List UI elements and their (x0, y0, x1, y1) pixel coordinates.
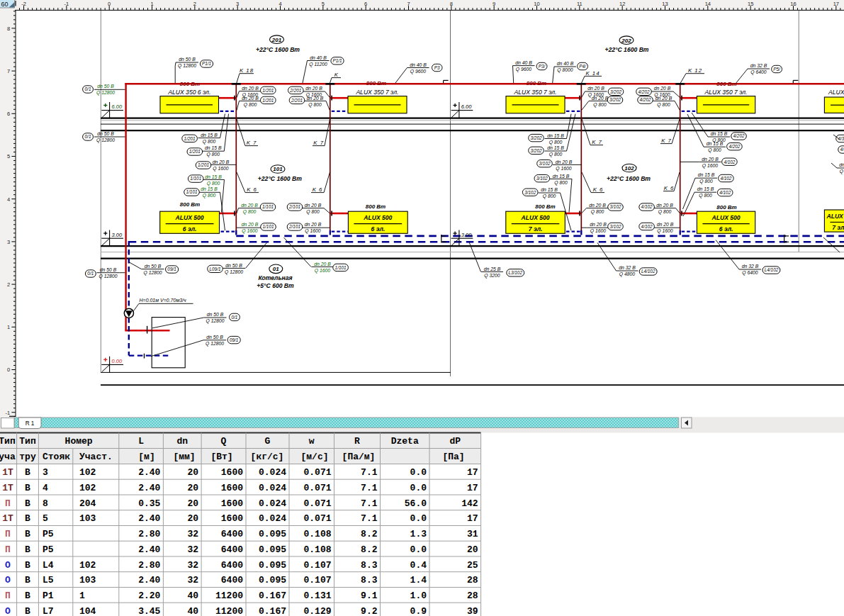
svg-text:20: 20 (187, 498, 198, 509)
svg-text:В: В (25, 483, 30, 493)
svg-text:1/101: 1/101 (190, 176, 201, 181)
svg-text:В: В (25, 544, 30, 555)
svg-text:P3/: P3/ (539, 64, 546, 69)
svg-text:3/102: 3/102 (524, 190, 536, 195)
svg-text:ALUX 500: ALUX 500 (711, 214, 740, 221)
svg-text:dn 20 В: dn 20 В (839, 162, 844, 167)
svg-text:Q 1600: Q 1600 (702, 163, 719, 169)
svg-text:dn 20 В: dn 20 В (556, 159, 573, 164)
svg-text:28: 28 (467, 590, 478, 601)
svg-text:1Т: 1Т (2, 483, 13, 493)
svg-text:dn 20 В: dn 20 В (592, 96, 609, 101)
svg-text:56.0: 56.0 (405, 498, 427, 509)
svg-text:Q 1600: Q 1600 (556, 166, 572, 172)
svg-text:В: В (25, 529, 30, 539)
svg-text:0/1: 0/1 (85, 134, 91, 139)
svg-text:тру: тру (19, 452, 36, 462)
svg-text:0.35: 0.35 (138, 498, 160, 509)
svg-text:40: 40 (187, 606, 198, 616)
svg-text:dn 32 В: dn 32 В (750, 63, 767, 68)
svg-text:П: П (5, 544, 11, 555)
svg-text:103: 103 (79, 513, 96, 524)
svg-text:60: 60 (1, 1, 8, 8)
svg-text:Q 1600: Q 1600 (305, 228, 321, 234)
svg-text:P1/1: P1/1 (202, 61, 212, 66)
svg-text:Q 800: Q 800 (593, 102, 607, 108)
svg-text:R: R (354, 436, 360, 447)
svg-text:L4/102: L4/102 (641, 269, 655, 274)
svg-text:10: 10 (534, 1, 539, 7)
svg-text:14: 14 (705, 1, 711, 7)
svg-text:6.00: 6.00 (112, 103, 123, 110)
svg-text:104: 104 (79, 606, 96, 616)
svg-text:K 7: K 7 (247, 140, 257, 146)
svg-text:0.108: 0.108 (303, 529, 331, 539)
svg-text:+22°C 1600 Вт: +22°C 1600 Вт (605, 46, 649, 53)
svg-text:1600: 1600 (221, 498, 243, 509)
svg-text:7 эл.: 7 эл. (529, 225, 543, 233)
svg-text:dn 50 В: dn 50 В (100, 267, 117, 272)
svg-text:0.095: 0.095 (259, 544, 286, 555)
svg-text:dn 40 В: dn 40 В (310, 55, 327, 60)
svg-text:L09/1: L09/1 (210, 267, 221, 271)
svg-text:P1/1: P1/1 (332, 58, 342, 63)
svg-text:0.071: 0.071 (303, 513, 331, 524)
svg-text:0.4: 0.4 (410, 560, 427, 571)
svg-text:1/101: 1/101 (263, 224, 274, 229)
svg-text:Q 800: Q 800 (699, 179, 713, 184)
svg-text:4/102: 4/102 (719, 190, 731, 195)
svg-text:1/201: 1/201 (198, 162, 209, 167)
svg-text:0/1: 0/1 (231, 315, 237, 320)
svg-text:P5/: P5/ (773, 67, 781, 72)
svg-text:01: 01 (273, 266, 279, 272)
svg-text:Q 800: Q 800 (308, 102, 322, 108)
svg-text:8.3: 8.3 (361, 560, 378, 571)
svg-text:Q 6400: Q 6400 (742, 270, 758, 276)
svg-text:L4: L4 (43, 560, 54, 571)
svg-text:dP: dP (449, 436, 461, 447)
svg-text:dn 20 В: dn 20 В (305, 86, 322, 91)
svg-text:0.071: 0.071 (303, 483, 331, 493)
svg-text:[м/с]: [м/с] (300, 452, 328, 462)
svg-text:dn 15 В: dn 15 В (541, 187, 558, 192)
svg-text:6400: 6400 (221, 575, 243, 586)
svg-text:0.0: 0.0 (410, 544, 427, 555)
svg-text:6400: 6400 (221, 560, 243, 571)
svg-text:dn 40 В: dn 40 В (557, 61, 574, 66)
svg-text:4/202: 4/202 (640, 97, 651, 102)
svg-text:Q 1600: Q 1600 (242, 228, 258, 234)
svg-text:dn 15 В: dn 15 В (547, 133, 564, 138)
svg-text:3/102: 3/102 (610, 224, 621, 229)
svg-text:В: В (25, 498, 30, 509)
svg-text:800 Вт: 800 Вт (366, 80, 386, 86)
svg-text:6 эл.: 6 эл. (719, 225, 733, 233)
svg-text:Q 12800: Q 12800 (96, 138, 115, 143)
svg-text:4: 4 (278, 1, 281, 7)
svg-text:dn 20 В: dn 20 В (587, 86, 604, 91)
svg-text:P5: P5 (43, 529, 54, 539)
svg-text:-2: -2 (21, 1, 26, 7)
svg-text:dn: dn (176, 436, 188, 447)
svg-text:Q 800: Q 800 (549, 152, 563, 157)
svg-text:В: В (25, 467, 30, 478)
svg-text:102: 102 (624, 165, 634, 172)
svg-text:2/201: 2/201 (291, 98, 303, 103)
svg-text:Q 11200: Q 11200 (309, 62, 327, 67)
svg-text:3: 3 (7, 239, 10, 245)
svg-text:dn 20 В: dn 20 В (242, 86, 259, 91)
svg-text:4/102: 4/102 (720, 176, 731, 181)
svg-text:201: 201 (271, 37, 282, 43)
svg-text:4/302: 4/302 (840, 147, 844, 152)
svg-text:17: 17 (467, 483, 478, 493)
svg-text:Участ.: Участ. (79, 452, 113, 462)
svg-text:О: О (5, 606, 11, 616)
svg-text:ALUX 500: ALUX 500 (520, 214, 549, 221)
svg-text:20: 20 (187, 483, 198, 493)
svg-text:0.071: 0.071 (303, 467, 331, 478)
svg-text:16: 16 (790, 1, 796, 7)
svg-text:Q 12800: Q 12800 (206, 341, 224, 347)
svg-text:1/201: 1/201 (262, 88, 274, 93)
svg-text:K 7: K 7 (592, 139, 602, 145)
svg-text:17: 17 (467, 513, 478, 524)
svg-text:-1: -1 (64, 1, 69, 7)
